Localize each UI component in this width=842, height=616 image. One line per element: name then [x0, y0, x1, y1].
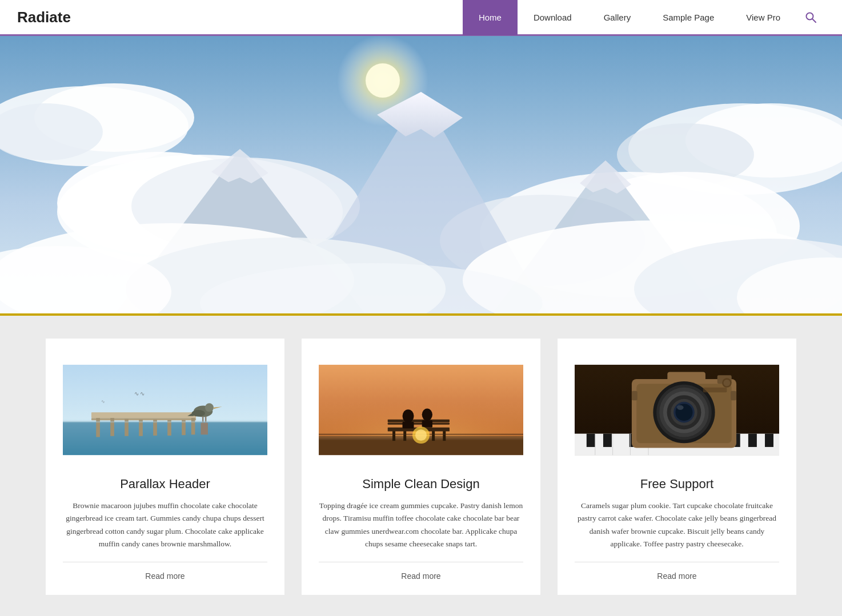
svg-text:∿ ∿: ∿ ∿ [134, 390, 145, 397]
main-nav: Home Download Gallery Sample Page View P… [463, 0, 825, 34]
card-clean-design-title: Simple Clean Design [362, 477, 479, 492]
card-parallax-read-more[interactable]: Read more [63, 562, 267, 581]
search-icon[interactable] [796, 0, 825, 35]
svg-point-66 [422, 409, 432, 421]
card-free-support: Free Support Caramels sugar plum cookie.… [558, 339, 796, 595]
svg-rect-31 [63, 422, 267, 455]
card-clean-design-read-more[interactable]: Read more [319, 562, 523, 581]
svg-point-45 [192, 410, 205, 417]
card-parallax-title: Parallax Header [120, 477, 210, 492]
nav-home[interactable]: Home [463, 0, 518, 35]
nav-gallery[interactable]: Gallery [588, 0, 647, 35]
nav-view-pro[interactable]: View Pro [730, 0, 796, 35]
card-parallax-image: ∿ ∿ ∿ [63, 356, 267, 464]
card-free-support-text: Caramels sugar plum cookie. Tart cupcake… [575, 500, 779, 550]
card-clean-design: Simple Clean Design Topping dragée ice c… [302, 339, 540, 595]
svg-point-43 [205, 403, 214, 412]
svg-rect-102 [632, 391, 637, 401]
card-free-support-image [575, 356, 779, 464]
svg-rect-65 [403, 422, 414, 429]
svg-rect-81 [748, 434, 757, 447]
site-title: Radiate [17, 9, 71, 26]
card-free-support-read-more[interactable]: Read more [575, 562, 779, 581]
card-clean-design-text: Topping dragée ice cream gummies cupcake… [319, 500, 523, 550]
svg-rect-62 [388, 420, 450, 422]
svg-text:∿: ∿ [101, 399, 105, 404]
svg-rect-103 [731, 391, 736, 401]
svg-rect-67 [422, 420, 432, 427]
svg-rect-52 [63, 421, 267, 422]
cards-section: ∿ ∿ ∿ Parallax Header Brownie macaroon j… [0, 316, 842, 616]
card-free-support-title: Free Support [640, 477, 713, 492]
svg-line-1 [812, 19, 816, 22]
card-parallax-text: Brownie macaroon jujubes muffin chocolat… [63, 500, 267, 550]
svg-rect-63 [388, 422, 450, 424]
svg-point-99 [677, 405, 684, 410]
card-clean-design-image [319, 356, 523, 464]
svg-rect-33 [91, 418, 196, 420]
nav-sample-page[interactable]: Sample Page [647, 0, 730, 35]
svg-rect-32 [91, 412, 196, 418]
svg-rect-74 [603, 434, 612, 447]
site-header: Radiate Home Download Gallery Sample Pag… [0, 0, 842, 36]
svg-rect-82 [765, 434, 773, 447]
svg-rect-58 [403, 430, 406, 441]
svg-rect-49 [201, 422, 207, 434]
svg-point-64 [403, 409, 414, 422]
svg-point-70 [415, 429, 427, 441]
svg-rect-35 [110, 418, 114, 436]
svg-rect-73 [587, 434, 595, 447]
card-parallax: ∿ ∿ ∿ Parallax Header Brownie macaroon j… [46, 339, 284, 595]
nav-download[interactable]: Download [518, 0, 588, 35]
svg-rect-60 [443, 430, 446, 441]
hero-banner [0, 36, 842, 316]
svg-rect-59 [432, 430, 435, 441]
svg-rect-89 [667, 372, 705, 382]
svg-point-101 [724, 380, 731, 386]
svg-rect-104 [703, 388, 727, 392]
svg-rect-41 [191, 418, 195, 434]
svg-point-4 [366, 63, 400, 98]
svg-rect-57 [392, 430, 395, 441]
